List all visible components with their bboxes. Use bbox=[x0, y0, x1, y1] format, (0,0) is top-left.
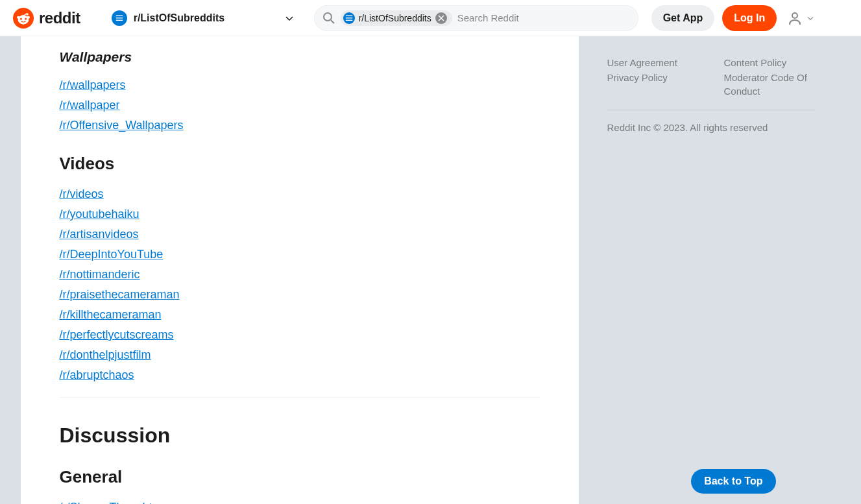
link-list: /r/ShowerThoughts/r/DoesAnybodyElse bbox=[60, 499, 540, 504]
footer-link[interactable]: Moderator Code Of Conduct bbox=[724, 71, 815, 98]
back-to-top-button[interactable]: Back to Top bbox=[691, 469, 775, 494]
section-heading: Discussion bbox=[60, 424, 540, 448]
svg-point-11 bbox=[324, 13, 332, 21]
svg-point-4 bbox=[25, 18, 27, 19]
reddit-logo[interactable]: reddit bbox=[13, 8, 80, 29]
search-chip-text: r/ListOfSubreddits bbox=[359, 13, 431, 23]
section-heading: General bbox=[60, 467, 540, 487]
subreddit-link[interactable]: /r/Offensive_Wallpapers bbox=[60, 117, 184, 134]
subreddit-link[interactable]: /r/abruptchaos bbox=[60, 366, 134, 384]
clear-search-scope-button[interactable] bbox=[435, 12, 447, 24]
community-selector[interactable]: r/ListOfSubreddits bbox=[106, 8, 301, 29]
subreddit-link[interactable]: /r/youtubehaiku bbox=[60, 206, 139, 223]
subreddit-link[interactable]: /r/DeepIntoYouTube bbox=[60, 246, 164, 263]
community-name: r/ListOfSubreddits bbox=[134, 12, 224, 24]
svg-point-6 bbox=[17, 16, 19, 18]
search-input[interactable] bbox=[457, 12, 630, 23]
footer-link[interactable]: Privacy Policy bbox=[607, 71, 698, 84]
svg-rect-10 bbox=[115, 19, 123, 20]
subreddit-link[interactable]: /r/donthelpjustfilm bbox=[60, 346, 151, 364]
subreddit-link[interactable]: /r/artisanvideos bbox=[60, 226, 139, 243]
footer-link[interactable]: Content Policy bbox=[724, 56, 815, 69]
user-menu[interactable] bbox=[784, 8, 818, 29]
section-heading: Wallpapers bbox=[60, 49, 540, 65]
footer-links: User AgreementPrivacy Policy Content Pol… bbox=[607, 56, 815, 98]
reddit-icon bbox=[13, 8, 34, 29]
wiki-content: Wallpapers/r/wallpapers/r/wallpaper/r/Of… bbox=[21, 36, 579, 504]
svg-point-3 bbox=[20, 18, 22, 19]
svg-rect-14 bbox=[345, 19, 352, 20]
svg-point-15 bbox=[792, 13, 797, 18]
get-app-button[interactable]: Get App bbox=[651, 5, 715, 31]
subreddit-link[interactable]: /r/wallpapers bbox=[60, 77, 126, 94]
close-icon bbox=[438, 15, 444, 21]
user-icon bbox=[787, 10, 803, 26]
community-icon bbox=[343, 12, 355, 24]
link-list: /r/wallpapers/r/wallpaper/r/Offensive_Wa… bbox=[60, 77, 540, 134]
divider bbox=[607, 110, 815, 110]
search-bar[interactable]: r/ListOfSubreddits bbox=[314, 5, 638, 31]
subreddit-link[interactable]: /r/videos bbox=[60, 186, 104, 203]
subreddit-link[interactable]: /r/wallpaper bbox=[60, 97, 120, 114]
svg-rect-12 bbox=[345, 15, 352, 16]
divider bbox=[60, 397, 540, 398]
chevron-down-icon bbox=[283, 12, 296, 25]
subreddit-link[interactable]: /r/nottimanderic bbox=[60, 266, 140, 283]
sidebar: User AgreementPrivacy Policy Content Pol… bbox=[594, 36, 841, 504]
svg-rect-9 bbox=[115, 18, 123, 18]
copyright-text: Reddit Inc © 2023. All rights reserved bbox=[607, 122, 815, 133]
svg-rect-13 bbox=[345, 18, 352, 18]
site-header: reddit r/ListOfSubreddits r/ListOfSubred… bbox=[0, 0, 861, 36]
link-list: /r/videos/r/youtubehaiku/r/artisanvideos… bbox=[60, 186, 540, 384]
svg-point-7 bbox=[27, 16, 30, 18]
search-icon bbox=[322, 12, 335, 25]
svg-rect-8 bbox=[115, 15, 123, 16]
section-heading: Videos bbox=[60, 154, 540, 174]
log-in-button[interactable]: Log In bbox=[722, 5, 777, 31]
logo-text: reddit bbox=[39, 9, 80, 27]
community-icon bbox=[112, 10, 127, 26]
subreddit-link[interactable]: /r/killthecameraman bbox=[60, 306, 162, 324]
subreddit-link[interactable]: /r/ShowerThoughts bbox=[60, 499, 158, 504]
footer-link[interactable]: User Agreement bbox=[607, 56, 698, 69]
search-scope-chip: r/ListOfSubreddits bbox=[341, 10, 452, 26]
chevron-down-icon bbox=[805, 13, 816, 23]
subreddit-link[interactable]: /r/praisethecameraman bbox=[60, 286, 180, 304]
subreddit-link[interactable]: /r/perfectlycutscreams bbox=[60, 326, 174, 344]
